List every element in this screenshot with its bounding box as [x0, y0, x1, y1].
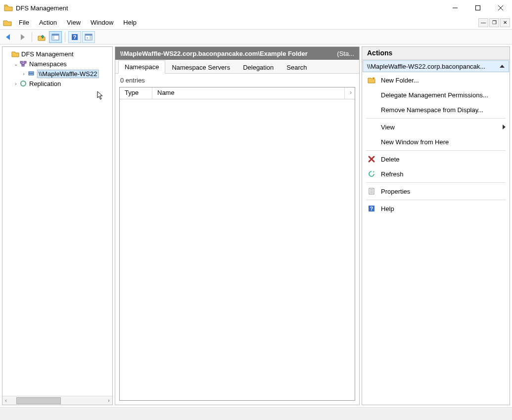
submenu-arrow-icon: [503, 125, 506, 129]
tree-replication-label: Replication: [29, 80, 61, 87]
scroll-thumb[interactable]: [16, 397, 61, 404]
tree-namespaces-label: Namespaces: [29, 60, 67, 68]
delete-icon: [367, 155, 376, 164]
app-menu-icon: [3, 19, 12, 27]
actions-context-label: \\MapleWaffle-WS22.corp.baconpancak...: [367, 63, 498, 70]
svg-text:?: ?: [73, 34, 77, 40]
separator: [366, 182, 506, 183]
blank-icon: [367, 105, 376, 114]
separator: [366, 150, 506, 151]
action-help[interactable]: ? Help: [362, 201, 510, 216]
tab-namespace-servers[interactable]: Namespace Servers: [165, 61, 236, 74]
svg-rect-10: [24, 61, 26, 63]
minimize-button[interactable]: [444, 0, 466, 16]
action-refresh[interactable]: Refresh: [362, 167, 510, 181]
forward-button[interactable]: [16, 31, 29, 43]
tree-namespaces[interactable]: ⌄ Namespaces: [4, 59, 112, 69]
tab-namespace[interactable]: Namespace: [118, 60, 165, 74]
blank-icon: [367, 90, 376, 99]
toolbar-separator: [32, 32, 32, 42]
svg-rect-2: [52, 34, 59, 36]
show-hide-tree-button[interactable]: [49, 31, 62, 43]
center-panel: \\MapleWaffle-WS22.corp.baconpancake.com…: [115, 46, 360, 405]
column-overflow[interactable]: ›: [345, 87, 355, 99]
up-button[interactable]: [35, 31, 48, 43]
scroll-left-icon[interactable]: ‹: [2, 397, 9, 404]
action-delete[interactable]: Delete: [362, 152, 510, 167]
center-header: \\MapleWaffle-WS22.corp.baconpancake.com…: [115, 47, 359, 60]
app-icon: [4, 4, 13, 12]
back-button[interactable]: [2, 31, 15, 43]
menu-view[interactable]: View: [62, 17, 86, 28]
expander-open-icon[interactable]: ⌄: [12, 60, 19, 67]
menu-bar: File Action View Window Help — ❐ ✕: [0, 16, 512, 30]
status-bar: [0, 407, 512, 420]
header-path: \\MapleWaffle-WS22.corp.baconpancake.com…: [120, 50, 332, 57]
svg-rect-0: [476, 6, 480, 10]
action-delegate-permissions[interactable]: Delegate Management Permissions...: [362, 87, 510, 102]
refresh-icon: [367, 169, 376, 178]
tree-server[interactable]: › \\MapleWaffle-WS22: [4, 69, 112, 79]
action-remove-namespace[interactable]: Remove Namespace from Display...: [362, 102, 510, 117]
horizontal-scrollbar[interactable]: ‹ ›: [2, 396, 112, 405]
scroll-right-icon[interactable]: ›: [105, 397, 112, 404]
tree-server-label: \\MapleWaffle-WS22: [37, 70, 99, 78]
mdi-close-button[interactable]: ✕: [500, 18, 510, 27]
close-button[interactable]: [489, 0, 512, 16]
svg-rect-3: [52, 36, 54, 40]
entries-table: Type Name ›: [119, 87, 355, 401]
action-new-window[interactable]: New Window from Here: [362, 134, 510, 149]
tree-replication[interactable]: › Replication: [4, 79, 112, 88]
tree-root[interactable]: DFS Management: [4, 49, 112, 59]
menu-file[interactable]: File: [14, 17, 34, 28]
svg-rect-8: [90, 36, 92, 40]
help-icon: ?: [367, 204, 376, 213]
tree-root-label: DFS Management: [21, 50, 74, 58]
action-properties[interactable]: Properties: [362, 184, 510, 199]
tab-bar: Namespace Namespace Servers Delegation S…: [115, 60, 359, 74]
svg-rect-13: [29, 74, 34, 75]
separator: [366, 200, 506, 200]
show-hide-action-button[interactable]: [82, 31, 95, 43]
toolbar-separator-2: [65, 32, 65, 42]
title-bar: DFS Management: [0, 0, 512, 16]
svg-rect-12: [29, 72, 34, 73]
actions-title: Actions: [362, 47, 510, 60]
toolbar: ?: [0, 30, 512, 44]
blank-icon: [367, 137, 376, 146]
folder-icon: [11, 50, 19, 58]
window-title: DFS Management: [16, 4, 444, 12]
new-folder-icon: [367, 76, 376, 84]
namespaces-icon: [19, 60, 27, 68]
expander-closed-icon[interactable]: ›: [12, 80, 19, 87]
tab-delegation[interactable]: Delegation: [236, 61, 280, 74]
column-type[interactable]: Type: [120, 87, 152, 99]
entries-count: 0 entries: [115, 74, 359, 87]
mdi-minimize-button[interactable]: —: [478, 18, 488, 27]
tree-panel: DFS Management ⌄ Namespaces › \\MapleWaf…: [2, 46, 113, 405]
actions-context-header[interactable]: \\MapleWaffle-WS22.corp.baconpancak...: [363, 60, 509, 72]
column-name[interactable]: Name: [152, 87, 345, 99]
expander-icon: [4, 50, 11, 57]
help-button[interactable]: ?: [68, 31, 81, 43]
svg-rect-11: [22, 64, 24, 66]
separator: [366, 118, 506, 119]
tab-search[interactable]: Search: [280, 61, 313, 74]
menu-action[interactable]: Action: [34, 17, 62, 28]
svg-text:?: ?: [370, 206, 373, 211]
mdi-restore-button[interactable]: ❐: [489, 18, 499, 27]
collapse-up-icon: [500, 65, 505, 68]
header-status: (Sta...: [337, 50, 354, 57]
actions-panel: Actions \\MapleWaffle-WS22.corp.baconpan…: [362, 46, 510, 405]
maximize-button[interactable]: [466, 0, 489, 16]
svg-point-14: [21, 81, 26, 86]
menu-help[interactable]: Help: [118, 17, 141, 28]
blank-icon: [367, 123, 376, 131]
menu-window[interactable]: Window: [86, 17, 118, 28]
action-new-folder[interactable]: New Folder...: [362, 73, 510, 87]
properties-icon: [367, 187, 376, 196]
expander-closed-icon[interactable]: ›: [20, 70, 27, 77]
server-icon: [27, 70, 35, 78]
svg-rect-9: [20, 61, 23, 63]
action-view[interactable]: View: [362, 120, 510, 134]
